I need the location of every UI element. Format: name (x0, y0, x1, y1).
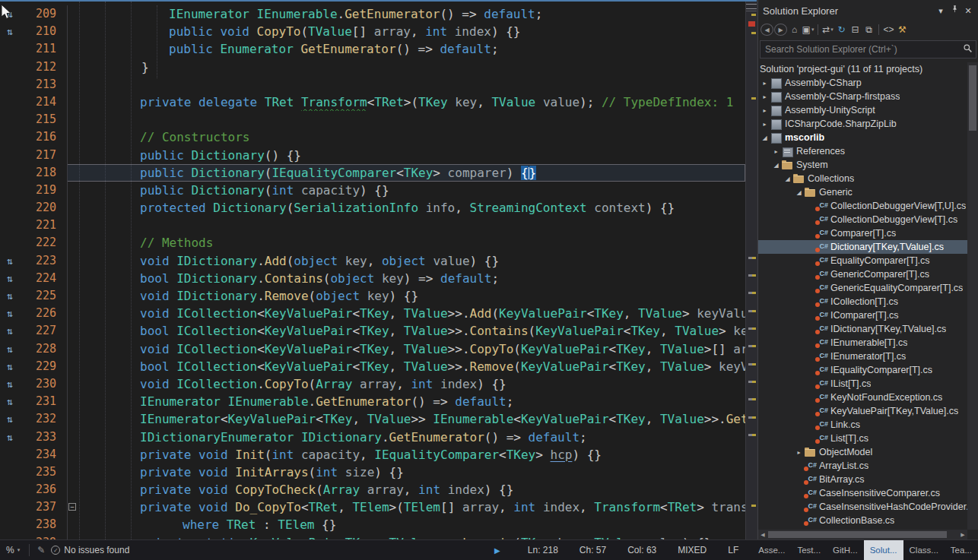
code-text[interactable]: private void InitArrays(int size) {} (76, 464, 745, 481)
tree-item[interactable]: ◢Collections (758, 172, 967, 185)
code-text[interactable]: private void CopyToCheck(Array array, in… (76, 481, 745, 498)
tree-item[interactable]: ▸Assembly-CSharp (758, 76, 967, 90)
show-all-files-icon[interactable]: ⧉ (862, 23, 875, 36)
forward-icon[interactable]: ▶ (774, 24, 787, 36)
glyph-margin[interactable]: ⇅ (0, 429, 20, 446)
tree-item[interactable]: GenericEqualityComparer[T].cs (758, 281, 967, 295)
back-icon[interactable]: ◀ (760, 24, 773, 36)
tool-window-tab[interactable]: Tea... (945, 540, 978, 560)
code-text[interactable]: void ICollection<KeyValuePair<TKey, TVal… (76, 340, 745, 358)
pin-icon[interactable] (948, 5, 961, 17)
tree-item[interactable]: IEqualityComparer[T].cs (758, 363, 967, 377)
code-text[interactable]: private void Do_CopyTo<TRet, TElem>(TEle… (76, 498, 745, 516)
tree-item[interactable]: ◢Generic (758, 185, 967, 199)
code-text[interactable]: bool ICollection<KeyValuePair<TKey, TVal… (76, 358, 745, 375)
search-input[interactable] (760, 44, 959, 55)
fold-margin[interactable] (67, 534, 76, 539)
tree-item[interactable]: ▸ObjectModel (758, 445, 967, 459)
fold-margin[interactable] (67, 516, 76, 533)
expander-icon[interactable]: ▸ (760, 121, 770, 128)
fold-margin[interactable] (67, 481, 76, 498)
tree-item[interactable]: IDictionary[TKey,TValue].cs (758, 322, 967, 336)
new-window-icon[interactable]: ▣▾ (802, 23, 814, 36)
glyph-margin[interactable] (0, 93, 20, 111)
code-text[interactable] (76, 111, 745, 128)
code-text[interactable]: bool ICollection<KeyValuePair<TKey, TVal… (76, 322, 745, 340)
tree-item[interactable]: ▸ICSharpCode.SharpZipLib (758, 117, 967, 131)
glyph-margin[interactable] (0, 498, 20, 516)
code-text[interactable]: where TRet : TElem {} (76, 516, 745, 533)
tree-item[interactable]: IList[T].cs (758, 377, 967, 391)
fold-margin[interactable] (67, 199, 76, 217)
tree-item[interactable]: CaseInsensitiveComparer.cs (758, 486, 967, 500)
code-text[interactable]: public Dictionary(IEqualityComparer<TKey… (76, 164, 745, 182)
panel-vertical-scrollbar[interactable] (967, 62, 978, 530)
tree-item[interactable]: EqualityComparer[T].cs (758, 254, 967, 267)
tree-item[interactable]: List[T].cs (758, 432, 967, 445)
fold-margin[interactable] (67, 410, 76, 428)
fold-margin[interactable] (67, 111, 76, 128)
fold-margin[interactable] (67, 429, 76, 446)
zoom-control[interactable]: % (0, 545, 17, 555)
glyph-margin[interactable]: ⇅ (0, 252, 20, 270)
tree-item[interactable]: KeyValuePair[TKey,TValue].cs (758, 404, 967, 418)
close-icon[interactable]: ✕ (961, 5, 975, 17)
glyph-margin[interactable]: ⇅ (0, 410, 20, 428)
glyph-margin[interactable] (0, 147, 20, 164)
tree-item[interactable]: GenericComparer[T].cs (758, 267, 967, 281)
glyph-margin[interactable] (0, 182, 20, 199)
fold-margin[interactable] (67, 393, 76, 410)
tree-item[interactable]: Solution 'project-gui' (11 of 11 project… (758, 62, 967, 76)
glyph-margin[interactable] (0, 446, 20, 464)
tool-window-tab[interactable]: Asse... (752, 540, 791, 560)
glyph-margin[interactable] (0, 164, 20, 182)
code-text[interactable] (76, 76, 745, 93)
glyph-margin[interactable] (0, 516, 20, 533)
view-code-icon[interactable]: <> (882, 23, 895, 36)
fold-margin[interactable] (67, 128, 76, 146)
tree-item[interactable]: IEnumerable[T].cs (758, 336, 967, 350)
glyph-margin[interactable]: ⇅ (0, 305, 20, 322)
tree-item[interactable]: ICollection[T].cs (758, 295, 967, 308)
code-text[interactable] (76, 217, 745, 234)
collapse-all-icon[interactable]: ⊟ (849, 23, 862, 36)
play-icon[interactable]: ▶ (494, 546, 500, 555)
code-text[interactable]: void ICollection<KeyValuePair<TKey, TVal… (76, 305, 745, 322)
glyph-margin[interactable]: ⇅ (0, 375, 20, 393)
code-text[interactable]: public Dictionary(int capacity) {} (76, 182, 745, 199)
code-text[interactable]: void ICollection.CopyTo(Array array, int… (76, 375, 745, 393)
tree-item[interactable]: Comparer[T].cs (758, 226, 967, 240)
sync-active-document-icon[interactable]: ⇄▾ (821, 23, 834, 36)
tree-item[interactable]: ▸References (758, 144, 967, 158)
glyph-margin[interactable] (0, 111, 20, 128)
tree-item[interactable]: BitArray.cs (758, 473, 967, 486)
fold-margin[interactable] (67, 375, 76, 393)
scroll-right-icon[interactable]: ▶ (958, 532, 967, 538)
expander-icon[interactable]: ▸ (760, 107, 770, 114)
editor-split-handle-icon[interactable] (746, 2, 757, 11)
properties-icon[interactable]: ⚒ (896, 23, 909, 36)
glyph-margin[interactable] (0, 128, 20, 146)
scrollbar-thumb[interactable] (768, 531, 947, 538)
scroll-left-icon[interactable]: ◀ (758, 532, 767, 538)
glyph-margin[interactable] (0, 76, 20, 93)
expander-icon[interactable]: ◢ (771, 162, 781, 169)
code-text[interactable]: } (76, 59, 745, 76)
editor-vertical-scrollbar[interactable] (745, 2, 757, 539)
tree-item[interactable]: ◢mscorlib (758, 131, 967, 144)
code-text[interactable]: void IDictionary.Add(object key, object … (76, 252, 745, 270)
glyph-margin[interactable]: ⇅ (0, 23, 20, 40)
fold-margin[interactable] (67, 322, 76, 340)
fold-margin[interactable] (67, 305, 76, 322)
fold-margin[interactable] (67, 164, 76, 182)
expander-icon[interactable]: ◢ (783, 176, 792, 182)
glyph-margin[interactable] (0, 217, 20, 234)
fold-margin[interactable] (67, 234, 76, 252)
tree-item[interactable]: CaseInsensitiveHashCodeProvider.cs (758, 500, 967, 514)
code-text[interactable]: IDictionaryEnumerator IDictionary.GetEnu… (76, 429, 745, 446)
tool-window-tab[interactable]: Solut... (864, 540, 903, 560)
fold-margin[interactable]: − (67, 498, 76, 516)
tool-window-tab[interactable]: Class... (903, 540, 945, 560)
fold-margin[interactable] (67, 287, 76, 305)
tree-item[interactable]: Link.cs (758, 418, 967, 432)
